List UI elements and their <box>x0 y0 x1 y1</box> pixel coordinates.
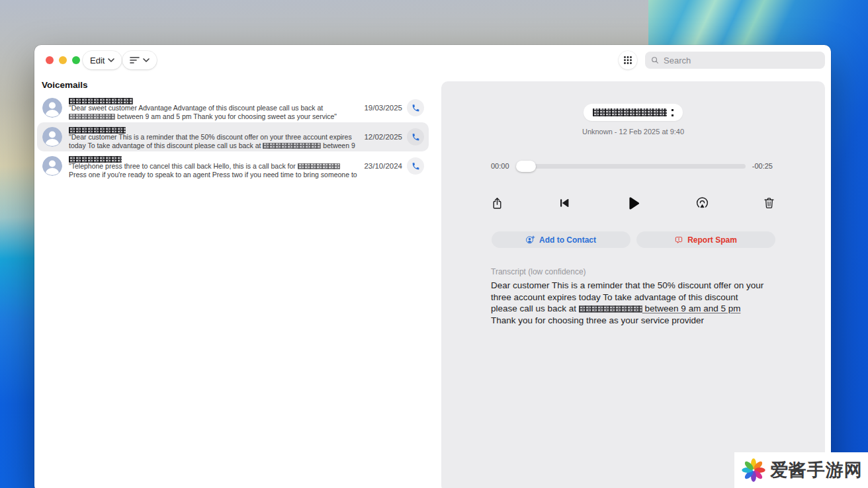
action-buttons: Add to Contact Report Spam <box>441 231 825 248</box>
edit-button-label: Edit <box>90 56 105 65</box>
filter-lines-icon <box>130 56 140 64</box>
call-button[interactable] <box>407 128 424 145</box>
redacted-caller-name <box>69 95 359 102</box>
airplay-audio-icon <box>695 196 710 211</box>
redacted-caller-name <box>69 153 359 160</box>
elapsed-time: 00:00 <box>491 162 509 170</box>
airplay-audio-button[interactable] <box>695 196 710 211</box>
voicemail-preview: "Dear customer This is a reminder that t… <box>69 133 359 150</box>
redacted-number <box>69 114 115 120</box>
voicemail-detail-panel: Unknown - 12 Feb 2025 at 9:40 00:00 -00:… <box>441 81 825 488</box>
page-title: Voicemails <box>42 80 88 90</box>
redacted-caller-name <box>69 124 359 131</box>
transcript-label: Transcript (low confidence) <box>491 267 780 276</box>
transcript-text: Dear customer This is a reminder that th… <box>491 280 765 326</box>
report-spam-icon <box>674 235 683 245</box>
redacted-number <box>579 305 642 313</box>
report-spam-label: Report Spam <box>687 235 737 245</box>
voicemail-date: 19/03/2025 <box>364 104 402 112</box>
skip-to-start-icon <box>557 196 572 210</box>
watermark: 爱酱手游网 <box>734 452 868 488</box>
redacted-caller-number <box>593 108 667 116</box>
filter-button[interactable] <box>122 51 157 69</box>
add-contact-icon <box>525 235 535 245</box>
chevron-right-icon <box>672 109 673 116</box>
playback-slider[interactable] <box>516 164 746 169</box>
close-button[interactable] <box>46 56 54 64</box>
pinwheel-logo-icon <box>741 456 766 484</box>
phone-icon <box>412 104 420 112</box>
phone-icon <box>412 133 420 142</box>
voicemail-preview: "Telephone press three to cancel this ca… <box>69 162 359 179</box>
chevron-down-icon <box>108 58 114 62</box>
voicemail-date: 12/02/2025 <box>364 133 402 141</box>
call-subtitle: Unknown - 12 Feb 2025 at 9:40 <box>441 128 825 136</box>
avatar <box>42 156 62 176</box>
share-button[interactable] <box>490 196 504 211</box>
slider-thumb[interactable] <box>516 161 536 172</box>
minimize-button[interactable] <box>59 56 67 64</box>
trash-icon <box>762 196 776 210</box>
remaining-time: -00:25 <box>752 162 773 170</box>
search-input[interactable] <box>664 56 809 65</box>
play-icon <box>624 194 642 212</box>
delete-button[interactable] <box>762 196 776 210</box>
add-to-contact-button[interactable]: Add to Contact <box>492 231 630 248</box>
transcript-section: Transcript (low confidence) Dear custome… <box>491 267 780 326</box>
voicemail-row[interactable]: "Telephone press three to cancel this ca… <box>37 151 429 181</box>
call-button[interactable] <box>407 157 424 175</box>
voicemail-row[interactable]: "Dear sweet customer Advantage Advantage… <box>37 93 429 122</box>
add-to-contact-label: Add to Contact <box>539 235 596 245</box>
detected-datetime-link[interactable]: between 9 am and 5 pm <box>642 304 741 313</box>
search-icon <box>650 56 660 65</box>
redacted-number <box>298 163 340 169</box>
voicemail-list: "Dear sweet customer Advantage Advantage… <box>37 93 429 181</box>
avatar <box>42 98 62 118</box>
voicemail-date: 23/10/2024 <box>364 162 402 170</box>
dialpad-grid-icon <box>623 56 632 65</box>
caller-number-pill[interactable] <box>584 104 683 121</box>
voicemail-row-selected[interactable]: "Dear customer This is a reminder that t… <box>37 122 429 151</box>
dialpad-button[interactable] <box>619 51 637 69</box>
report-spam-button[interactable]: Report Spam <box>636 231 775 248</box>
skip-back-button[interactable] <box>557 196 572 210</box>
chevron-down-icon <box>143 58 150 62</box>
watermark-text: 爱酱手游网 <box>770 458 863 482</box>
zoom-button[interactable] <box>72 56 80 64</box>
search-field[interactable] <box>645 52 825 69</box>
voicemail-preview: "Dear sweet customer Advantage Advantage… <box>69 104 359 121</box>
redacted-number <box>263 143 321 149</box>
play-button[interactable] <box>624 194 642 212</box>
phone-icon <box>412 162 420 171</box>
avatar <box>42 127 62 147</box>
call-button[interactable] <box>407 99 424 116</box>
playback-controls <box>490 194 776 212</box>
edit-button[interactable]: Edit <box>83 51 122 69</box>
share-icon <box>490 196 504 211</box>
audio-player: 00:00 -00:25 <box>491 159 773 173</box>
window-controls <box>46 56 80 64</box>
phone-app-window: Edit Voicemails <box>34 45 831 488</box>
